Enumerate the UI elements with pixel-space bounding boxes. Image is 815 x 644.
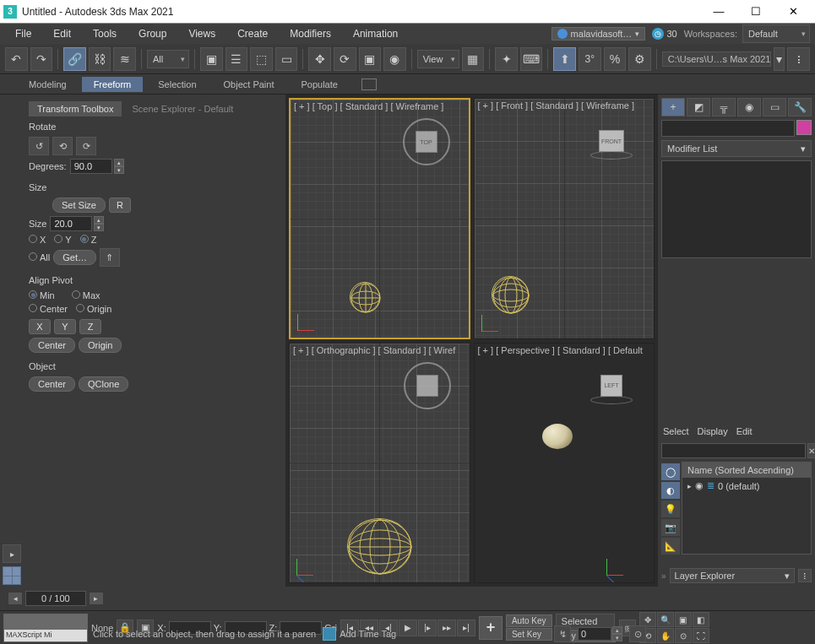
viewport-layout-button[interactable] <box>3 566 21 585</box>
manipulate-button[interactable]: ✦ <box>495 47 518 71</box>
size-x-radio[interactable] <box>29 235 37 243</box>
layer-explorer-dropdown[interactable]: Layer Explorer <box>670 568 795 583</box>
size-up-button[interactable]: ⇑ <box>100 248 120 267</box>
object-qclone-button[interactable]: QClone <box>79 376 128 392</box>
modifier-stack[interactable] <box>661 160 812 258</box>
close-button[interactable]: ✕ <box>774 0 812 24</box>
fov-button[interactable]: ◧ <box>693 612 709 627</box>
size-z-radio[interactable] <box>80 235 89 243</box>
scene-search-input[interactable] <box>661 443 806 458</box>
angle-snap-toggle[interactable]: 3° <box>579 47 601 71</box>
vp-top-label[interactable]: [ + ] [ Top ] [ Standard ] [ Wireframe ] <box>294 101 443 111</box>
max-toggle-button[interactable]: ⛶ <box>693 628 709 643</box>
reset-size-button[interactable]: R <box>109 198 131 213</box>
align-center-button[interactable]: Center <box>29 338 75 353</box>
viewcube-top[interactable]: TOP <box>401 116 452 167</box>
menu-modifiers[interactable]: Modifiers <box>280 25 341 42</box>
rotate-right-button[interactable]: ⟳ <box>76 137 96 155</box>
sphere-shaded[interactable] <box>542 424 573 449</box>
select-object-button[interactable]: ▣ <box>200 47 223 71</box>
scale-button[interactable]: ▣ <box>359 47 382 71</box>
align-origin-button[interactable]: Origin <box>79 338 122 353</box>
menu-animation[interactable]: Animation <box>343 25 408 42</box>
redo-button[interactable]: ↷ <box>30 47 53 71</box>
scene-display-tab[interactable]: Display <box>698 426 728 436</box>
utilities-tab[interactable]: 🔧 <box>788 98 812 116</box>
align-center-radio[interactable] <box>29 304 37 312</box>
zoom-extents-button[interactable]: ▣ <box>675 612 692 627</box>
size-input[interactable] <box>50 216 92 231</box>
viewport-persp[interactable]: [ + ] [ Perspective ] [ Standard ] [ Def… <box>474 343 655 584</box>
layer-menu-icon[interactable]: ⫶ <box>798 569 812 582</box>
modifier-list-dropdown[interactable]: Modifier List <box>661 140 812 157</box>
camera-icon[interactable]: 📷 <box>661 519 680 536</box>
size-all-radio[interactable] <box>29 252 37 261</box>
scene-layer-row[interactable]: ▸ ◉ ≣ 0 (default) <box>682 478 811 494</box>
vp-ortho-label[interactable]: [ + ] [ Orthographic ] [ Standard ] [ Wi… <box>293 345 455 355</box>
scene-sort-header[interactable]: Name (Sorted Ascending) <box>682 463 811 478</box>
time-tag-icon[interactable] <box>323 627 336 641</box>
rotate-button[interactable]: ⟳ <box>334 47 356 71</box>
frame-prev[interactable]: ◂ <box>8 593 22 604</box>
minimize-button[interactable]: — <box>700 0 737 24</box>
modify-tab[interactable]: ◩ <box>687 98 710 116</box>
ribbon-freeform[interactable]: Freeform <box>82 77 144 92</box>
spinner-snap-toggle[interactable]: ⚙ <box>628 47 651 71</box>
selection-filter[interactable]: All <box>147 50 189 68</box>
ribbon-populate[interactable]: Populate <box>289 77 349 92</box>
menu-file[interactable]: File <box>5 25 41 42</box>
unlink-button[interactable]: ⛓ <box>89 47 111 71</box>
ribbon-expand[interactable] <box>361 78 377 90</box>
light-icon[interactable]: 💡 <box>661 501 680 517</box>
key-tangent-button[interactable]: ↯ <box>554 625 571 642</box>
spin-down-2[interactable]: ▾ <box>94 224 104 231</box>
move-button[interactable]: ✥ <box>308 47 331 71</box>
sel-invert-icon[interactable]: ◐ <box>661 482 680 499</box>
align-z-button[interactable]: Z <box>79 319 101 334</box>
window-crossing-button[interactable]: ▭ <box>275 47 298 71</box>
scene-search-clear[interactable]: ✕ <box>807 443 815 458</box>
menu-group[interactable]: Group <box>128 25 177 42</box>
get-size-button[interactable]: Get… <box>53 250 96 265</box>
menu-tools[interactable]: Tools <box>83 25 127 42</box>
rotate-left-button[interactable]: ⟲ <box>52 137 73 155</box>
zoom-button[interactable]: 🔍 <box>657 612 674 627</box>
percent-snap-toggle[interactable]: % <box>604 47 627 71</box>
sphere-ortho[interactable] <box>347 518 411 574</box>
align-origin-radio[interactable] <box>76 304 84 312</box>
tab-transform-toolbox[interactable]: Transform Toolbox <box>29 101 122 116</box>
object-center-button[interactable]: Center <box>29 376 75 392</box>
user-dropdown[interactable]: malavidasoft… ▾ <box>551 27 646 41</box>
helper-icon[interactable]: 📐 <box>661 538 680 555</box>
spin-down[interactable]: ▾ <box>114 166 124 174</box>
align-y-button[interactable]: Y <box>54 319 76 334</box>
ribbon-selection[interactable]: Selection <box>146 77 208 92</box>
rotate-ccw-button[interactable]: ↺ <box>29 137 49 155</box>
size-spinner[interactable]: ▴▾ <box>50 216 104 231</box>
snap-toggle[interactable]: ⬆ <box>553 47 576 71</box>
viewcube-ortho[interactable] <box>402 360 453 411</box>
degrees-input[interactable] <box>70 159 112 174</box>
scene-edit-tab[interactable]: Edit <box>736 426 753 436</box>
scene-select-tab[interactable]: Select <box>663 426 689 436</box>
expand-rail-button[interactable]: ▸ <box>3 544 21 563</box>
size-y-radio[interactable] <box>54 235 62 243</box>
menu-create[interactable]: Create <box>227 25 278 42</box>
vp-persp-label[interactable]: [ + ] [ Perspective ] [ Standard ] [ Def… <box>478 345 643 355</box>
motion-tab[interactable]: ◉ <box>737 98 761 116</box>
workspace-dropdown[interactable]: Default <box>742 24 810 43</box>
undo-button[interactable]: ↶ <box>5 47 28 71</box>
ref-coord-dropdown[interactable]: View <box>417 50 459 68</box>
keyboard-shortcut-button[interactable]: ⌨ <box>520 47 543 71</box>
tab-scene-explorer[interactable]: Scene Explorer - Default <box>123 101 242 116</box>
menu-views[interactable]: Views <box>178 25 225 42</box>
select-by-name-button[interactable]: ☰ <box>225 47 248 71</box>
cube-face-top[interactable]: TOP <box>416 131 437 153</box>
set-size-button[interactable]: Set Size <box>52 198 106 213</box>
viewcube-front[interactable]: FRONT <box>586 116 637 166</box>
vp-front-label[interactable]: [ + ] [ Front ] [ Standard ] [ Wireframe… <box>478 100 635 111</box>
use-center-button[interactable]: ▦ <box>462 47 485 71</box>
spin-up[interactable]: ▴ <box>114 159 124 166</box>
maxscript-listener[interactable]: MAXScript Mi <box>3 614 88 642</box>
align-x-button[interactable]: X <box>29 319 51 334</box>
